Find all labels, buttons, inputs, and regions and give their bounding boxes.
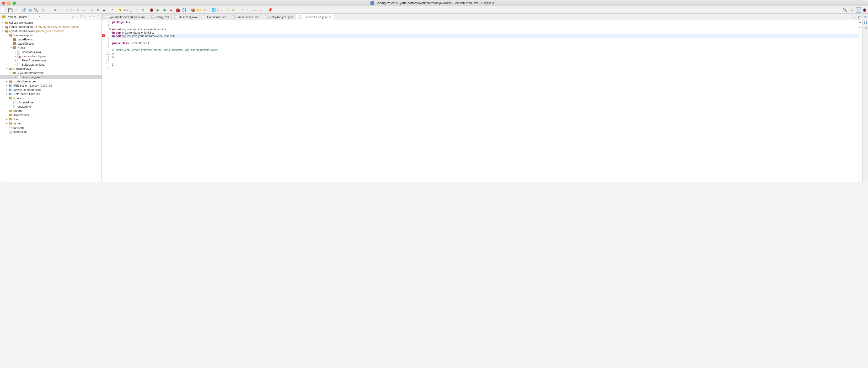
forward-nav-button[interactable]: ↷ xyxy=(246,7,251,12)
refresh-button[interactable]: ☁ xyxy=(101,7,106,12)
line-number[interactable]: 2 xyxy=(102,24,110,27)
editor-tab[interactable]: JRetryAnalyzer.java xyxy=(262,14,296,20)
tree-item[interactable]: ▸JRE System Library[J2SE-1.5] xyxy=(0,83,101,88)
maximize-editor-button[interactable] xyxy=(858,16,862,20)
line-number[interactable]: 13 xyxy=(102,62,110,66)
expand-icon[interactable]: ▸ xyxy=(5,118,8,120)
collapse-icon[interactable]: ▾ xyxy=(5,67,8,70)
bookmarks-button[interactable] xyxy=(863,26,868,31)
collapse-icon[interactable]: ▾ xyxy=(1,30,4,32)
line-number[interactable]: 12 xyxy=(102,59,110,62)
error-icon[interactable]: x xyxy=(102,34,105,37)
step-return-button[interactable]: ↖ xyxy=(76,7,81,12)
tree-item[interactable]: geckodriver xyxy=(0,105,101,109)
suspend-button[interactable]: ⏸ xyxy=(47,7,52,12)
line-number[interactable]: 6 xyxy=(102,38,110,41)
close-window-button[interactable] xyxy=(2,2,5,5)
run-last-button[interactable]: ● xyxy=(168,7,174,12)
expand-button[interactable]: ⇈ xyxy=(225,7,230,12)
close-view-button[interactable]: ✕ xyxy=(38,15,40,18)
tree-item[interactable]: ▾> src/test/java xyxy=(0,67,101,71)
debug-perspective-button[interactable]: 🐞 xyxy=(862,7,867,12)
drop-frame-button[interactable]: ⇤ xyxy=(82,7,87,12)
new-file-button[interactable]: ✎ xyxy=(202,7,207,12)
back-button[interactable]: ⇦ xyxy=(252,7,257,12)
tree-item[interactable]: ▾> drivers xyxy=(0,96,101,100)
tree-item[interactable]: ▸JBaseTest.java xyxy=(0,75,101,79)
expand-icon[interactable]: ▸ xyxy=(5,88,8,91)
run-button[interactable]: ▶ xyxy=(155,7,160,12)
tree-item[interactable]: ▾> youtubeframework xyxy=(0,71,101,75)
expand-icon[interactable]: ▸ xyxy=(5,122,8,125)
save-all-button[interactable]: 🗎 xyxy=(13,7,19,12)
pin-button[interactable]: 📌 xyxy=(267,7,273,12)
expand-icon[interactable]: ▸ xyxy=(13,51,17,53)
web-button[interactable]: 🌐 xyxy=(211,7,216,12)
external-button[interactable]: 🧰 xyxy=(175,7,180,12)
line-number[interactable]: 7 xyxy=(102,41,110,45)
tree-item[interactable]: pageObjects xyxy=(0,41,101,46)
build-button[interactable]: ≡ xyxy=(90,7,95,12)
code-line[interactable]: // } xyxy=(112,55,858,59)
toggle-button[interactable]: ▦ xyxy=(27,7,33,12)
focus-button[interactable] xyxy=(84,15,87,19)
link-editor-button[interactable] xyxy=(75,15,79,19)
code-line[interactable]: import src.test.java.youtubeframework.Ba… xyxy=(112,34,858,38)
close-tab-button[interactable]: ✕ xyxy=(329,16,331,18)
editor-tab[interactable]: JSuiteListener.java xyxy=(229,14,262,20)
warning-marker[interactable] xyxy=(859,27,862,28)
code-line[interactable]: public class ElementFetch { xyxy=(112,41,858,45)
tag-button[interactable]: 🏷 xyxy=(123,7,128,12)
expand-icon[interactable]: ▸ xyxy=(13,63,17,66)
debug-button[interactable]: 🐞 xyxy=(149,7,154,12)
line-number[interactable]: 3 xyxy=(102,28,110,31)
tree-item[interactable]: screenshots xyxy=(0,113,101,117)
tree-item[interactable]: ▸JElementFetch.java xyxy=(0,54,101,58)
line-gutter[interactable]: 123⊖45x67891011121314 xyxy=(102,20,111,181)
open-perspective-button[interactable]: ⊞ xyxy=(850,7,856,12)
code-line[interactable] xyxy=(112,66,858,69)
error-marker[interactable] xyxy=(859,22,862,23)
tree-item[interactable]: ▸JSuiteListener.java xyxy=(0,62,101,67)
project-tree[interactable]: ▸eclipse-workspace▸x> mdx_automation(in … xyxy=(0,20,101,181)
tree-item[interactable]: xmltestng.xml xyxy=(0,130,101,134)
editor-tab[interactable]: JBaseTest.java xyxy=(171,14,199,20)
code-line[interactable] xyxy=(112,45,858,48)
java-perspective-button[interactable]: ♨ xyxy=(856,7,861,12)
tree-item[interactable]: ▸JConstants.java xyxy=(0,50,101,54)
collapse-icon[interactable]: ▾ xyxy=(9,72,12,74)
line-number[interactable]: 1 xyxy=(102,21,110,24)
tree-item[interactable]: ▾> youtubeframework[Home_Repo master] xyxy=(0,29,101,33)
code-line[interactable]: import org.openqa.selenium.By; xyxy=(112,31,858,34)
minimize-view-button[interactable] xyxy=(92,15,96,19)
collapse-all-button[interactable] xyxy=(71,15,75,19)
resume-button[interactable]: ▷ xyxy=(41,7,46,12)
editor-tab[interactable]: xmlyoutubeframework/pom.xml xyxy=(102,14,148,20)
step-over-button[interactable]: ↷ xyxy=(70,7,75,12)
terminate-button[interactable]: ■ xyxy=(53,7,58,12)
maximize-view-button[interactable] xyxy=(96,15,100,19)
filter-view-button[interactable] xyxy=(80,15,83,19)
forward-button[interactable]: ⇨ xyxy=(258,7,264,12)
overview-ruler[interactable] xyxy=(859,20,862,181)
highlight-button[interactable]: ✎ xyxy=(118,7,123,12)
minimize-window-button[interactable] xyxy=(7,2,10,5)
line-number[interactable]: 4 xyxy=(102,31,110,34)
help-button[interactable]: ? xyxy=(110,7,115,12)
tree-item[interactable]: xmlpom.xml xyxy=(0,125,101,130)
paragraph-button[interactable]: ¶ xyxy=(141,7,146,12)
tree-item[interactable]: reports xyxy=(0,109,101,113)
collapse-button[interactable]: ⇊ xyxy=(219,7,224,12)
new-folder-button[interactable]: 📁 xyxy=(196,7,202,12)
prev-button[interactable]: ⇤ xyxy=(231,7,237,12)
tree-item[interactable]: ▸Maven Dependencies xyxy=(0,88,101,92)
expand-icon[interactable]: ▸ xyxy=(1,25,4,28)
line-number[interactable]: 14 xyxy=(102,66,110,69)
expand-icon[interactable]: ▸ xyxy=(5,80,8,83)
expand-icon[interactable]: ▸ xyxy=(5,93,8,95)
tree-item[interactable]: pageEvents xyxy=(0,37,101,41)
save-button[interactable]: 💾 xyxy=(8,7,13,12)
line-number[interactable]: 10 xyxy=(102,52,110,55)
new-button[interactable]: 📄 xyxy=(1,7,6,12)
disconnect-button[interactable]: ⤳ xyxy=(59,7,64,12)
